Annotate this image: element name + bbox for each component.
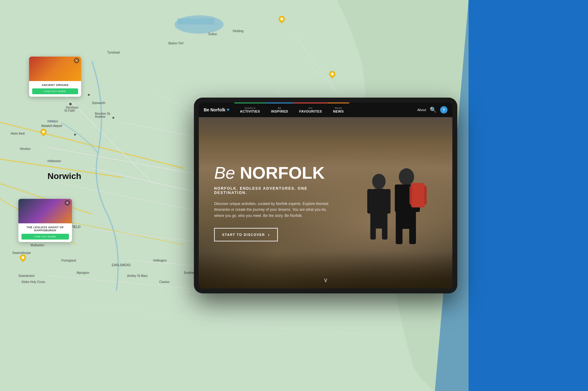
svg-text:Hevdon: Hevdon xyxy=(20,147,30,151)
nav-main-favourites: FAVOURITES xyxy=(299,110,322,113)
nav-item-news[interactable]: READ NEWS xyxy=(327,102,349,117)
cta-arrow-icon: › xyxy=(268,232,270,237)
svg-text:Poringland: Poringland xyxy=(61,259,76,262)
svg-rect-2 xyxy=(178,18,214,24)
nav-item-inspired[interactable]: BE INSPIRED xyxy=(266,102,294,117)
help-button[interactable]: ? xyxy=(440,106,447,114)
svg-text:Barton Torf: Barton Torf xyxy=(168,42,183,45)
svg-text:Stoke Holy Cross: Stoke Holy Cross xyxy=(21,280,45,284)
svg-text:Mulbarton: Mulbarton xyxy=(31,244,44,247)
svg-rect-81 xyxy=(411,183,425,207)
navbar: Be Norfolk ♥ SEARCH ACTIVITIES BE INSPIR… xyxy=(199,102,452,117)
nav-items-container: SEARCH ACTIVITIES BE INSPIRED MY FAVOURI… xyxy=(234,102,412,117)
svg-text:Claxton: Claxton xyxy=(159,280,170,284)
hero-subtitle: NORFOLK. ENDLESS ADVENTURES. ONE DESTINA… xyxy=(214,186,337,195)
popup-card-ghost: ✕ THE LEGLESS GHOST OF HAPPISBURGH FIND … xyxy=(18,199,72,242)
card-image-ghost: ✕ xyxy=(18,199,72,223)
nav-sub-inspired: BE xyxy=(278,107,281,110)
svg-rect-79 xyxy=(396,210,402,244)
svg-point-27 xyxy=(88,94,90,96)
svg-text:Hellesdon: Hellesdon xyxy=(47,159,61,163)
nav-bar-favourites xyxy=(294,102,327,103)
svg-point-29 xyxy=(74,134,76,136)
nav-bar-activities xyxy=(234,102,266,103)
nav-about-link[interactable]: About xyxy=(417,108,426,112)
svg-text:EARLSMEAD: EARLSMEAD xyxy=(112,263,131,267)
svg-point-75 xyxy=(399,168,414,185)
svg-text:Andrew: Andrew xyxy=(95,115,106,118)
sky-overlay xyxy=(199,117,452,142)
hero-title-norfolk: NORFOLK xyxy=(240,163,325,182)
card-image-ancient: ✕ xyxy=(29,57,81,81)
nav-main-activities: ACTIVITIES xyxy=(240,110,260,113)
hero-title-be: Be xyxy=(214,163,235,182)
city-label: Norwich xyxy=(47,171,81,181)
find-out-more-button-ancient[interactable]: FIND OUT MORE xyxy=(32,88,78,94)
find-out-more-button-ghost[interactable]: FIND OUT MORE xyxy=(21,234,69,240)
svg-text:Tynstead: Tynstead xyxy=(107,51,120,54)
cta-label: START TO DISCOVER xyxy=(222,233,265,236)
nav-sub-activities: SEARCH xyxy=(244,107,255,110)
svg-text:Hickling: Hickling xyxy=(233,29,243,33)
tablet-screen: Be Norfolk ♥ SEARCH ACTIVITIES BE INSPIR… xyxy=(199,102,452,289)
card-title-ghost: THE LEGLESS GHOST OF HAPPISBURGH xyxy=(21,226,69,232)
svg-point-69 xyxy=(372,174,386,189)
hero-content: Be NORFOLK NORFOLK. ENDLESS ADVENTURES. … xyxy=(214,164,337,241)
navbar-logo: Be Norfolk ♥ xyxy=(199,107,234,113)
nav-bar-news xyxy=(327,102,349,103)
nav-item-activities[interactable]: SEARCH ACTIVITIES xyxy=(234,102,266,117)
svg-text:Norwich Airport: Norwich Airport xyxy=(41,124,62,128)
svg-text:Alpington: Alpington xyxy=(77,271,89,274)
nav-main-inspired: INSPIRED xyxy=(271,110,288,113)
svg-text:Swardeston: Swardeston xyxy=(18,274,35,277)
svg-rect-73 xyxy=(367,189,373,214)
hero-section: Be NORFOLK NORFOLK. ENDLESS ADVENTURES. … xyxy=(199,117,452,289)
svg-point-28 xyxy=(112,117,114,119)
svg-rect-80 xyxy=(409,210,416,244)
start-to-discover-button[interactable]: START TO DISCOVER › xyxy=(214,228,278,241)
logo-text: Be Norfolk xyxy=(204,107,225,112)
svg-text:Sutton: Sutton xyxy=(208,32,217,36)
svg-rect-74 xyxy=(384,189,390,214)
svg-rect-77 xyxy=(395,184,401,212)
svg-rect-82 xyxy=(409,186,412,204)
svg-point-26 xyxy=(69,103,72,105)
nav-right: About 🔍 ? xyxy=(412,106,452,114)
close-icon[interactable]: ✕ xyxy=(74,58,79,63)
close-icon[interactable]: ✕ xyxy=(65,200,70,206)
svg-text:Hellington: Hellington xyxy=(153,259,167,262)
svg-rect-83 xyxy=(424,186,427,204)
svg-text:Spixworth: Spixworth xyxy=(92,101,105,105)
scroll-down-icon: ∨ xyxy=(323,276,328,284)
nav-item-favourites[interactable]: MY FAVOURITES xyxy=(294,102,327,117)
tablet-device: Be Norfolk ♥ SEARCH ACTIVITIES BE INSPIR… xyxy=(194,98,457,293)
search-icon[interactable]: 🔍 xyxy=(430,106,436,113)
logo-heart-icon: ♥ xyxy=(227,107,230,113)
svg-text:St Faith: St Faith xyxy=(64,109,75,112)
nav-bar-inspired xyxy=(266,102,294,103)
nav-main-news: NEWS xyxy=(333,110,344,113)
popup-card-ancient: ✕ ANCIENT ORIGINS FIND OUT MORE xyxy=(29,57,81,97)
nav-sub-favourites: MY xyxy=(309,107,313,110)
hero-title: Be NORFOLK xyxy=(214,164,337,181)
card-title-ancient: ANCIENT ORIGINS xyxy=(32,84,78,87)
svg-text:✈: ✈ xyxy=(51,119,54,123)
hero-description: Discover unique activities, curated by N… xyxy=(214,201,337,219)
svg-text:Ashley St Mary: Ashley St Mary xyxy=(127,274,148,277)
svg-text:Swainsthorpe: Swainsthorpe xyxy=(12,251,31,255)
svg-text:Hors ford: Hors ford xyxy=(11,132,24,135)
nav-sub-news: READ xyxy=(335,107,342,110)
